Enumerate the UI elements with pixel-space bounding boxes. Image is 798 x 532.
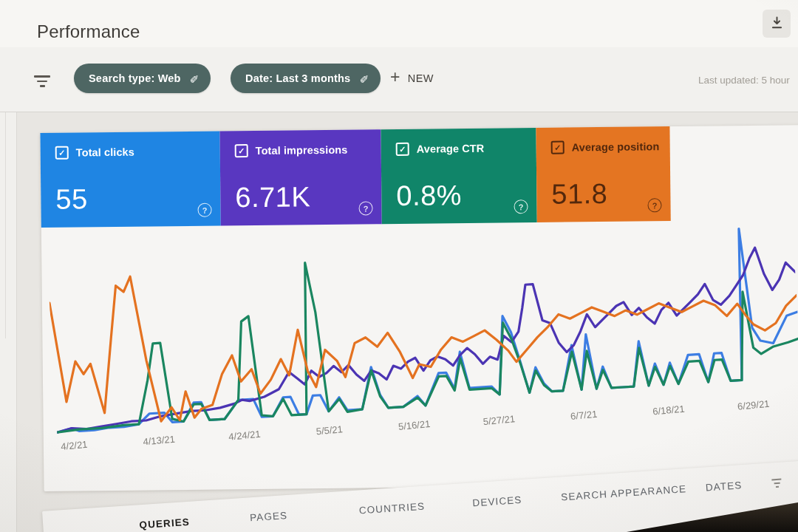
metric-tiles-row: ✓ Total clicks 55 ? ✓ Total impressions … xyxy=(40,125,798,228)
metric-label: Average CTR xyxy=(417,143,485,155)
search-console-performance-screen: Performance Search type: Web ✎ Date: Las… xyxy=(0,0,798,532)
x-axis-label: 5/5/21 xyxy=(316,423,343,437)
metric-value: 0.8% xyxy=(396,180,462,212)
metric-value: 6.71K xyxy=(235,181,310,214)
date-range-chip[interactable]: Date: Last 3 months ✎ xyxy=(231,64,381,93)
x-axis-label: 4/13/21 xyxy=(143,433,176,447)
checkbox-checked-icon[interactable]: ✓ xyxy=(551,141,565,154)
search-type-chip[interactable]: Search type: Web ✎ xyxy=(74,64,211,93)
metric-tile-total-impressions[interactable]: ✓ Total impressions 6.71K ? xyxy=(219,129,381,225)
tab-dates[interactable]: DATES xyxy=(705,480,742,493)
last-updated-text: Last updated: 5 hour xyxy=(698,75,790,86)
help-icon[interactable]: ? xyxy=(197,203,211,217)
series-average-position[interactable] xyxy=(48,237,798,428)
download-icon xyxy=(770,16,784,32)
checkbox-checked-icon[interactable]: ✓ xyxy=(396,143,409,156)
filter-list-icon xyxy=(34,75,50,90)
search-type-chip-label: Search type: Web xyxy=(89,72,181,84)
metric-label: Average position xyxy=(572,140,660,153)
metric-tile-total-clicks[interactable]: ✓ Total clicks 55 ? xyxy=(40,131,220,228)
metric-tile-average-ctr[interactable]: ✓ Average CTR 0.8% ? xyxy=(381,128,536,224)
metric-value: 55 xyxy=(55,183,88,215)
help-icon[interactable]: ? xyxy=(514,200,528,214)
series-average-ctr[interactable] xyxy=(48,233,798,432)
filter-bar: Search type: Web ✎ Date: Last 3 months ✎… xyxy=(0,47,798,112)
new-filter-button[interactable]: + NEW xyxy=(386,69,438,86)
x-axis-label: 4/2/21 xyxy=(61,439,88,452)
sidebar-edge xyxy=(0,47,17,532)
metric-label: Total clicks xyxy=(76,146,134,159)
x-axis-label: 6/7/21 xyxy=(570,409,598,422)
tab-search-appearance[interactable]: SEARCH APPEARANCE xyxy=(561,483,687,502)
export-download-button[interactable] xyxy=(763,10,791,38)
tab-countries[interactable]: COUNTRIES xyxy=(358,501,425,516)
page-title: Performance xyxy=(37,21,140,42)
metric-tile-average-position[interactable]: ✓ Average position 51.8 ? xyxy=(536,126,670,222)
x-axis-label: 5/27/21 xyxy=(482,413,516,427)
x-axis-label: 4/24/21 xyxy=(228,429,261,443)
pencil-icon: ✎ xyxy=(190,72,200,85)
help-icon[interactable]: ? xyxy=(647,198,661,212)
time-series-chart[interactable]: 4/2/214/13/214/24/215/5/215/16/215/27/21… xyxy=(47,211,798,470)
help-icon[interactable]: ? xyxy=(358,201,372,215)
metric-label: Total impressions xyxy=(256,144,348,157)
checkbox-checked-icon[interactable]: ✓ xyxy=(235,144,248,157)
tab-queries[interactable]: QUERIES xyxy=(139,516,190,531)
tab-devices[interactable]: DEVICES xyxy=(472,494,522,508)
top-bar: Performance xyxy=(0,0,798,48)
plus-icon: + xyxy=(390,69,400,86)
x-axis-label: 6/18/21 xyxy=(652,403,686,417)
filter-icon[interactable] xyxy=(771,479,782,491)
tab-pages[interactable]: PAGES xyxy=(250,510,288,523)
performance-chart-card: ✓ Total clicks 55 ? ✓ Total impressions … xyxy=(40,125,798,491)
pencil-icon: ✎ xyxy=(359,72,369,85)
new-filter-label: NEW xyxy=(408,72,434,84)
metric-value: 51.8 xyxy=(551,178,607,211)
x-axis-label: 6/29/21 xyxy=(737,398,771,412)
date-range-chip-label: Date: Last 3 months xyxy=(245,72,350,84)
checkbox-checked-icon[interactable]: ✓ xyxy=(55,146,69,160)
x-axis-label: 5/16/21 xyxy=(398,418,431,432)
